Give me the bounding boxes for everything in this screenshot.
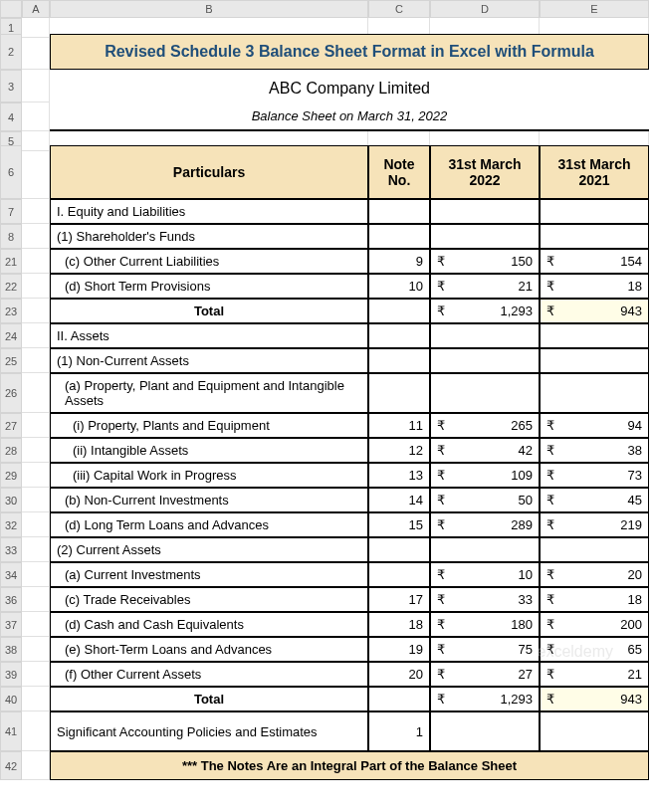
note-cell[interactable] (368, 562, 430, 587)
row-header[interactable]: 42 (0, 751, 22, 780)
note-cell[interactable] (368, 299, 430, 323)
currency-cell[interactable] (430, 373, 540, 413)
currency-cell[interactable]: ₹154 (540, 249, 649, 274)
currency-cell[interactable]: ₹18 (540, 587, 649, 612)
particulars-cell[interactable]: (c) Trade Receivables (50, 587, 368, 612)
currency-cell[interactable] (540, 323, 649, 348)
currency-cell[interactable]: ₹109 (430, 463, 540, 488)
currency-cell[interactable]: ₹21 (430, 274, 540, 299)
particulars-cell[interactable]: (c) Other Current Liabilities (50, 249, 368, 274)
particulars-cell[interactable]: (i) Property, Plants and Equipment (50, 413, 368, 438)
row-header[interactable]: 6 (0, 145, 22, 199)
currency-cell[interactable]: ₹289 (430, 512, 540, 537)
row-header[interactable]: 7 (0, 199, 22, 224)
row-header[interactable]: 39 (0, 662, 22, 687)
currency-cell[interactable]: ₹65 (540, 637, 649, 662)
currency-cell[interactable]: ₹38 (540, 438, 649, 463)
particulars-cell[interactable]: (a) Property, Plant and Equipment and In… (50, 373, 368, 413)
note-cell[interactable]: 1 (368, 711, 430, 751)
row-header[interactable]: 28 (0, 438, 22, 463)
col-header[interactable]: E (540, 0, 649, 18)
currency-cell[interactable] (540, 348, 649, 373)
currency-cell[interactable] (430, 348, 540, 373)
currency-cell[interactable]: ₹180 (430, 612, 540, 637)
currency-cell[interactable]: ₹94 (540, 413, 649, 438)
note-cell[interactable]: 12 (368, 438, 430, 463)
currency-cell[interactable] (540, 537, 649, 562)
row-header[interactable]: 30 (0, 488, 22, 512)
particulars-cell[interactable]: Total (50, 299, 368, 323)
note-cell[interactable]: 14 (368, 488, 430, 512)
currency-cell[interactable] (540, 373, 649, 413)
row-header[interactable]: 21 (0, 249, 22, 274)
col-header[interactable]: D (430, 0, 540, 18)
particulars-cell[interactable]: (1) Shareholder's Funds (50, 224, 368, 249)
row-header[interactable]: 36 (0, 587, 22, 612)
particulars-cell[interactable]: (d) Short Term Provisions (50, 274, 368, 299)
particulars-cell[interactable]: (2) Current Assets (50, 537, 368, 562)
particulars-cell[interactable]: II. Assets (50, 323, 368, 348)
row-header[interactable]: 2 (0, 34, 22, 70)
currency-cell[interactable] (430, 711, 540, 751)
currency-cell[interactable]: ₹200 (540, 612, 649, 637)
note-cell[interactable] (368, 348, 430, 373)
note-cell[interactable] (368, 373, 430, 413)
currency-cell[interactable]: ₹73 (540, 463, 649, 488)
currency-cell[interactable]: ₹27 (430, 662, 540, 687)
note-cell[interactable] (368, 537, 430, 562)
currency-cell[interactable]: ₹45 (540, 488, 649, 512)
currency-cell[interactable]: ₹265 (430, 413, 540, 438)
note-cell[interactable]: 15 (368, 512, 430, 537)
particulars-cell[interactable]: (e) Short-Term Loans and Advances (50, 637, 368, 662)
row-header[interactable]: 26 (0, 373, 22, 413)
row-header[interactable]: 25 (0, 348, 22, 373)
currency-cell[interactable] (540, 711, 649, 751)
currency-cell[interactable] (430, 537, 540, 562)
note-cell[interactable]: 13 (368, 463, 430, 488)
note-cell[interactable]: 9 (368, 249, 430, 274)
currency-cell[interactable]: ₹33 (430, 587, 540, 612)
row-header[interactable]: 4 (0, 102, 22, 131)
row-header[interactable]: 40 (0, 687, 22, 711)
particulars-cell[interactable]: (1) Non-Current Assets (50, 348, 368, 373)
currency-cell[interactable]: ₹1,293 (430, 299, 540, 323)
currency-cell[interactable] (430, 323, 540, 348)
particulars-cell[interactable]: (f) Other Current Assets (50, 662, 368, 687)
particulars-cell[interactable]: (b) Non-Current Investments (50, 488, 368, 512)
col-header[interactable] (0, 0, 22, 18)
currency-cell[interactable] (430, 199, 540, 224)
row-header[interactable]: 29 (0, 463, 22, 488)
currency-cell[interactable]: ₹42 (430, 438, 540, 463)
currency-cell[interactable]: ₹21 (540, 662, 649, 687)
row-header[interactable]: 27 (0, 413, 22, 438)
currency-cell[interactable]: ₹75 (430, 637, 540, 662)
row-header[interactable]: 32 (0, 512, 22, 537)
col-header[interactable]: B (50, 0, 368, 18)
currency-cell[interactable]: ₹943 (540, 687, 649, 711)
note-cell[interactable] (368, 323, 430, 348)
currency-cell[interactable]: ₹18 (540, 274, 649, 299)
note-cell[interactable] (368, 224, 430, 249)
particulars-cell[interactable]: (ii) Intangible Assets (50, 438, 368, 463)
particulars-cell[interactable]: (d) Long Term Loans and Advances (50, 512, 368, 537)
note-cell[interactable]: 20 (368, 662, 430, 687)
particulars-cell[interactable]: (d) Cash and Cash Equivalents (50, 612, 368, 637)
currency-cell[interactable]: ₹1,293 (430, 687, 540, 711)
currency-cell[interactable]: ₹20 (540, 562, 649, 587)
row-header[interactable]: 22 (0, 274, 22, 299)
currency-cell[interactable]: ₹219 (540, 512, 649, 537)
row-header[interactable]: 23 (0, 299, 22, 323)
row-header[interactable]: 38 (0, 637, 22, 662)
currency-cell[interactable]: ₹150 (430, 249, 540, 274)
particulars-cell[interactable]: (a) Current Investments (50, 562, 368, 587)
row-header[interactable]: 34 (0, 562, 22, 587)
particulars-cell[interactable]: I. Equity and Liabilities (50, 199, 368, 224)
note-cell[interactable]: 19 (368, 637, 430, 662)
note-cell[interactable] (368, 199, 430, 224)
currency-cell[interactable] (540, 199, 649, 224)
row-header[interactable]: 24 (0, 323, 22, 348)
row-header[interactable]: 41 (0, 711, 22, 751)
note-cell[interactable] (368, 687, 430, 711)
particulars-cell[interactable]: (iii) Capital Work in Progress (50, 463, 368, 488)
particulars-cell[interactable]: Significant Accounting Policies and Esti… (50, 711, 368, 751)
